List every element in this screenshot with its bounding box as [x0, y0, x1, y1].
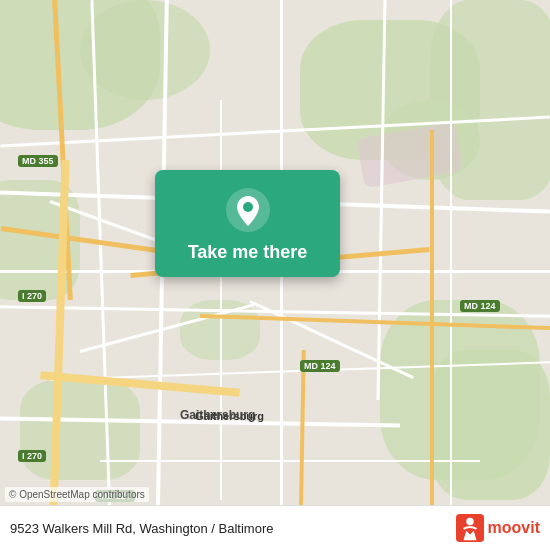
action-card[interactable]: Take me there	[155, 170, 340, 277]
road-badge-md124a: MD 124	[460, 300, 500, 312]
road-badge-md124b: MD 124	[300, 360, 340, 372]
copyright-text: © OpenStreetMap contributors	[5, 487, 149, 502]
address-label: 9523 Walkers Mill Rd, Washington / Balti…	[10, 521, 273, 536]
take-me-there-button[interactable]: Take me there	[188, 242, 308, 263]
moovit-logo: moovit	[456, 514, 540, 542]
location-pin-icon	[226, 188, 270, 232]
city-label-text: Gaithersburg	[180, 408, 255, 422]
moovit-brand-label: moovit	[488, 519, 540, 537]
bottom-bar: 9523 Walkers Mill Rd, Washington / Balti…	[0, 505, 550, 550]
map-container: Gaithersburg MD 355 I 270 I 270 MD 124 M…	[0, 0, 550, 550]
road-badge-i270a: I 270	[18, 290, 46, 302]
road-badge-i270b: I 270	[18, 450, 46, 462]
road-badge-md355: MD 355	[18, 155, 58, 167]
moovit-logo-icon	[456, 514, 484, 542]
svg-point-1	[243, 202, 253, 212]
svg-point-3	[466, 518, 473, 525]
